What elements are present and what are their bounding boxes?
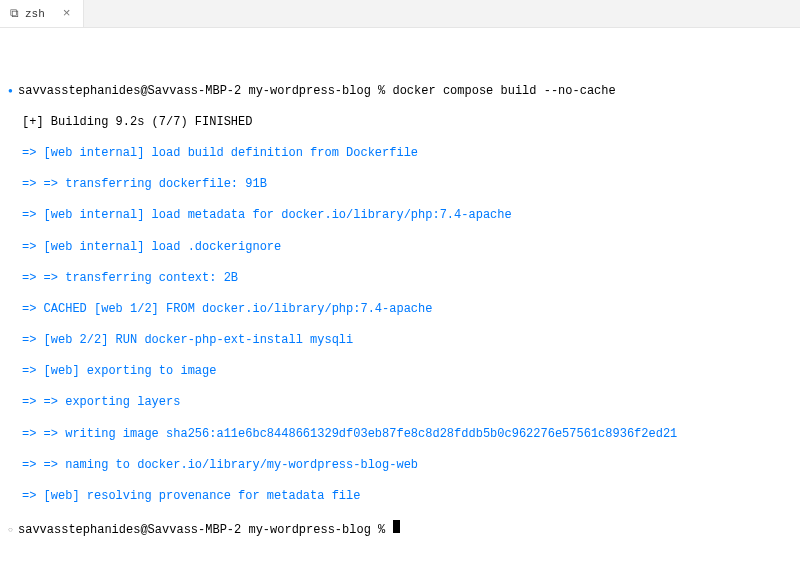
build-step: => [web internal] load .dockerignore xyxy=(22,240,792,256)
build-step: => CACHED [web 1/2] FROM docker.io/libra… xyxy=(22,302,792,318)
build-step: => [web] exporting to image xyxy=(22,364,792,380)
build-step: => [web internal] load metadata for dock… xyxy=(22,208,792,224)
prompt-line-1: ● savvasstephanides@Savvass-MBP-2 my-wor… xyxy=(8,84,792,100)
shell-prompt: savvasstephanides@Savvass-MBP-2 my-wordp… xyxy=(18,84,392,100)
terminal-icon: ⧉ xyxy=(10,8,19,20)
terminal-output[interactable]: ● savvasstephanides@Savvass-MBP-2 my-wor… xyxy=(0,28,800,562)
build-step: => => transferring dockerfile: 91B xyxy=(22,177,792,193)
build-status-header: [+] Building 9.2s (7/7) FINISHED xyxy=(22,115,792,131)
build-step: => [web internal] load build definition … xyxy=(22,146,792,162)
build-step: => => exporting layers xyxy=(22,395,792,411)
prompt-line-2: ○ savvasstephanides@Savvass-MBP-2 my-wor… xyxy=(8,520,792,539)
close-icon[interactable]: × xyxy=(61,6,73,21)
tab-bar: ⧉ zsh × xyxy=(0,0,800,28)
command-text: docker compose build --no-cache xyxy=(392,84,615,100)
cursor xyxy=(393,520,400,533)
shell-prompt: savvasstephanides@Savvass-MBP-2 my-wordp… xyxy=(18,523,392,539)
status-bullet-idle: ○ xyxy=(8,525,18,535)
tab-title: zsh xyxy=(25,8,45,20)
build-step: => => writing image sha256:a11e6bc844866… xyxy=(22,427,792,443)
tab-zsh[interactable]: ⧉ zsh × xyxy=(0,0,84,27)
status-bullet-active: ● xyxy=(8,86,18,96)
build-step: => [web 2/2] RUN docker-php-ext-install … xyxy=(22,333,792,349)
build-step: => [web] resolving provenance for metada… xyxy=(22,489,792,505)
build-step: => => naming to docker.io/library/my-wor… xyxy=(22,458,792,474)
build-step: => => transferring context: 2B xyxy=(22,271,792,287)
